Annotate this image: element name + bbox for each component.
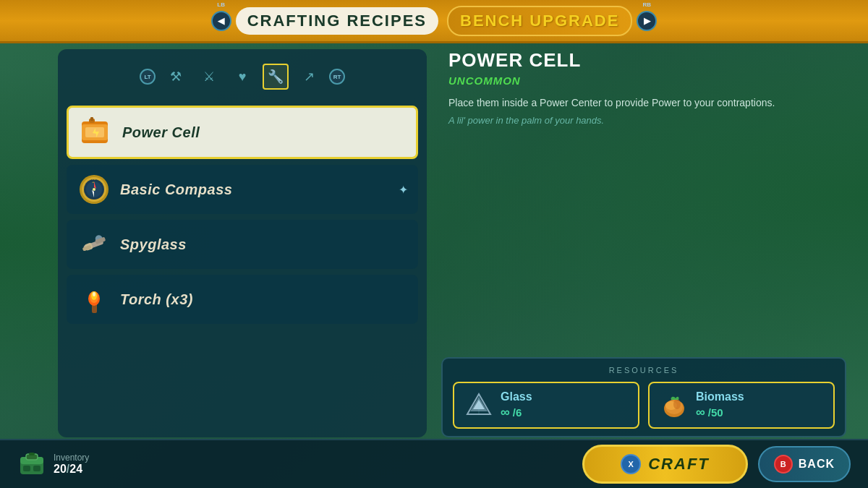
item-flavor-text: A lil' power in the palm of your hands. xyxy=(448,115,839,126)
bench-upgrade-label: BENCH UPGRADE xyxy=(460,12,619,30)
biomass-count: ∞ /50 xyxy=(696,405,744,420)
right-nav-button[interactable]: ▶ RB xyxy=(637,11,657,31)
torch-name: Torch (x3) xyxy=(120,291,193,308)
torch-icon xyxy=(77,282,111,317)
svg-text:N: N xyxy=(93,176,95,181)
category-tabs: LT ⚒ ⚔ ♥ 🔧 ↗ RT xyxy=(67,58,418,95)
svg-rect-35 xyxy=(33,466,41,471)
glass-info: Glass ∞ /6 xyxy=(501,390,532,420)
glass-icon xyxy=(464,391,493,420)
back-label: BACK xyxy=(799,458,835,471)
tab-icon-heart[interactable]: ♥ xyxy=(229,64,255,90)
recipe-item-power-cell[interactable]: Power Cell xyxy=(67,106,418,159)
detail-panel: POWER CELL UNCOMMON Place them inside a … xyxy=(441,49,846,437)
glass-count: ∞ /6 xyxy=(501,405,532,420)
power-cell-icon xyxy=(79,115,114,150)
bottom-bar: Inventory 20/24 X CRAFT B BACK xyxy=(0,439,868,488)
recipe-item-torch[interactable]: Torch (x3) xyxy=(67,275,418,324)
recipe-list-panel: LT ⚒ ⚔ ♥ 🔧 ↗ RT Power Cell xyxy=(58,49,427,437)
inventory-section: Inventory 20/24 xyxy=(17,450,89,479)
inventory-count: 20/24 xyxy=(54,463,89,476)
item-title: POWER CELL xyxy=(448,49,839,72)
tab-icon-tools[interactable]: 🔧 xyxy=(263,64,289,90)
inventory-icon xyxy=(17,450,46,479)
rarity-badge: UNCOMMON xyxy=(448,74,521,87)
resource-biomass: Biomass ∞ /50 xyxy=(648,382,835,429)
inventory-max: 24 xyxy=(69,463,82,475)
svg-rect-33 xyxy=(29,453,35,455)
x-button-icon: X xyxy=(621,454,641,474)
top-nav-bar: ◀ LB CRAFTING RECIPES BENCH UPGRADE ▶ RB xyxy=(0,0,868,43)
biomass-info: Biomass ∞ /50 xyxy=(696,390,744,420)
b-button-label: B xyxy=(780,460,786,468)
biomass-name: Biomass xyxy=(696,390,744,403)
craft-button[interactable]: X CRAFT xyxy=(582,445,748,484)
tab-icon-swords[interactable]: ⚔ xyxy=(196,64,222,90)
resources-box: RESOURCES Glass ∞ /6 xyxy=(441,357,846,437)
tab-crafting-recipes[interactable]: CRAFTING RECIPES xyxy=(236,7,438,35)
glass-amount: /6 xyxy=(513,406,522,419)
basic-compass-name: Basic Compass xyxy=(120,181,232,198)
resources-label: RESOURCES xyxy=(453,366,835,374)
svg-rect-4 xyxy=(90,117,93,121)
x-button-label: X xyxy=(629,460,634,468)
left-trigger-badge[interactable]: LT xyxy=(140,69,156,85)
biomass-amount: /50 xyxy=(708,406,723,419)
glass-name: Glass xyxy=(501,390,532,403)
right-trigger-badge[interactable]: RT xyxy=(329,69,345,85)
craft-label: CRAFT xyxy=(648,455,710,474)
spyglass-icon xyxy=(77,227,111,262)
crafting-recipes-label: CRAFTING RECIPES xyxy=(247,12,427,30)
inventory-current: 20 xyxy=(54,463,67,475)
biomass-infinity: ∞ xyxy=(696,405,705,420)
spyglass-name: Spyglass xyxy=(120,236,187,253)
svg-point-9 xyxy=(93,188,95,191)
power-cell-name: Power Cell xyxy=(122,124,200,141)
recipe-item-basic-compass[interactable]: N Basic Compass ✦ xyxy=(67,165,418,214)
left-nav-button[interactable]: ◀ LB xyxy=(211,11,231,31)
svg-point-21 xyxy=(93,292,95,296)
biomass-icon xyxy=(660,391,689,420)
inventory-label: Inventory xyxy=(54,453,89,463)
recipe-item-spyglass[interactable]: Spyglass xyxy=(67,220,418,269)
svg-point-29 xyxy=(673,399,681,409)
svg-rect-34 xyxy=(23,466,30,471)
tab-icon-combat[interactable]: ⚒ xyxy=(163,64,189,90)
inventory-text: Inventory 20/24 xyxy=(54,453,89,476)
bottom-actions: X CRAFT B BACK xyxy=(582,445,851,484)
back-button[interactable]: B BACK xyxy=(758,446,851,482)
tab-bench-upgrade[interactable]: BENCH UPGRADE xyxy=(447,6,632,36)
b-button-icon: B xyxy=(774,455,793,474)
basic-compass-icon: N xyxy=(77,172,111,207)
resource-glass: Glass ∞ /6 xyxy=(453,382,639,429)
tab-icon-arrow[interactable]: ↗ xyxy=(296,64,322,90)
resources-grid: Glass ∞ /6 xyxy=(453,382,835,429)
item-description: Place them inside a Power Center to prov… xyxy=(448,95,839,111)
glass-infinity: ∞ xyxy=(501,405,510,420)
